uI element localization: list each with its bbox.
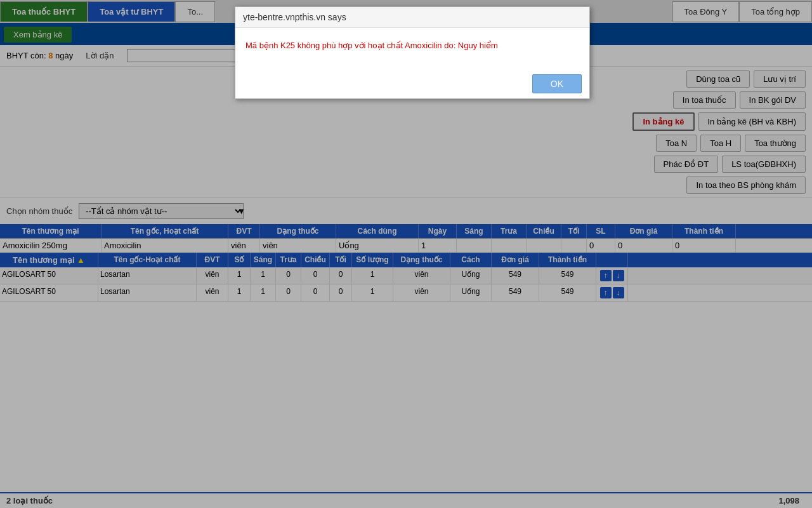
- modal-overlay: yte-bentre.vnpthis.vn says Mã bệnh K25 k…: [0, 0, 812, 508]
- modal-title: yte-bentre.vnpthis.vn says: [235, 7, 589, 28]
- modal-body: Mã bệnh K25 không phù hợp với hoạt chất …: [235, 28, 589, 69]
- modal-ok-btn[interactable]: OK: [532, 74, 582, 93]
- alert-modal: yte-bentre.vnpthis.vn says Mã bệnh K25 k…: [235, 6, 590, 99]
- modal-warning-text: Mã bệnh K25 không phù hợp với hoạt chất …: [246, 41, 579, 50]
- modal-footer: OK: [235, 69, 589, 98]
